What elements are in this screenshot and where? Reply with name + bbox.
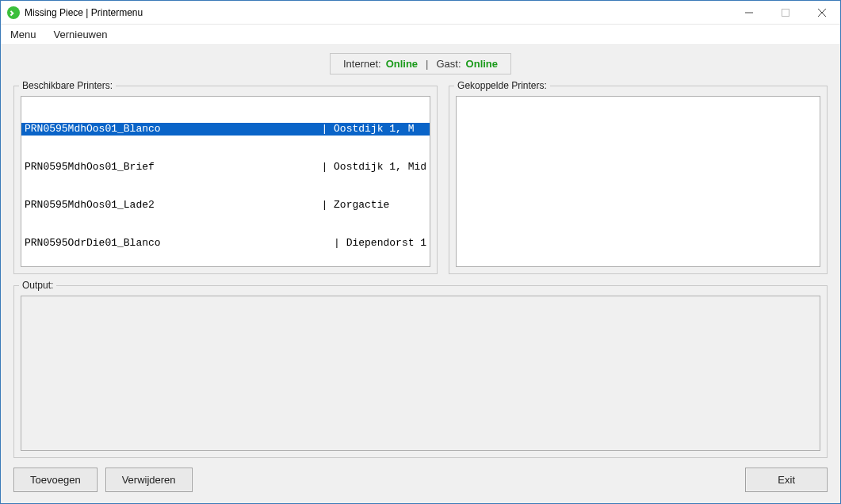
output-box <box>21 296 820 451</box>
internet-status: Online <box>386 58 418 70</box>
title-bar: Missing Piece | Printermenu <box>1 1 840 25</box>
window-title: Missing Piece | Printermenu <box>25 7 143 18</box>
exit-button[interactable]: Exit <box>745 468 828 492</box>
add-button[interactable]: Toevoegen <box>13 468 97 492</box>
gast-status: Online <box>466 58 498 70</box>
maximize-button[interactable] <box>767 1 804 24</box>
status-box: Internet: Online | Gast: Online <box>330 53 511 74</box>
output-title: Output: <box>19 280 56 291</box>
list-item[interactable]: PRN0595MdhOos01_Brief | Oostdijk 1, Mid <box>21 161 430 174</box>
available-printers-group: Beschikbare Printers: PRN0595MdhOos01_Bl… <box>13 86 438 274</box>
menu-item-menu[interactable]: Menu <box>10 29 36 40</box>
list-item[interactable]: PRN0595OdrDie01_Blanco | Diependorst 1 <box>21 237 430 250</box>
menu-item-refresh[interactable]: Vernieuwen <box>54 29 108 40</box>
available-printers-title: Beschikbare Printers: <box>19 80 116 91</box>
app-icon <box>7 6 20 19</box>
linked-printers-list[interactable] <box>456 96 820 267</box>
close-button[interactable] <box>804 1 840 24</box>
window-controls <box>731 1 840 24</box>
linked-printers-group: Gekoppelde Printers: <box>449 86 828 274</box>
list-item[interactable]: PRN0595MdhOos01_Lade2 | Zorgactie <box>21 199 430 212</box>
content-area: Internet: Online | Gast: Online Beschikb… <box>1 45 840 503</box>
svg-rect-1 <box>782 9 789 16</box>
button-row: Toevoegen Verwijderen Exit <box>13 468 828 492</box>
status-bar: Internet: Online | Gast: Online <box>13 53 828 74</box>
menu-bar: Menu Vernieuwen <box>1 25 840 45</box>
printer-panels: Beschikbare Printers: PRN0595MdhOos01_Bl… <box>13 79 828 274</box>
output-group: Output: <box>13 285 828 458</box>
linked-printers-title: Gekoppelde Printers: <box>454 80 550 91</box>
gast-label: Gast: <box>437 58 461 70</box>
app-window: Missing Piece | Printermenu Menu Vernieu… <box>0 0 841 504</box>
list-item[interactable]: PRN0595MdhOos01_Blanco | Oostdijk 1, M <box>21 123 430 136</box>
minimize-button[interactable] <box>731 1 767 24</box>
internet-label: Internet: <box>343 58 381 70</box>
available-printers-list[interactable]: PRN0595MdhOos01_Blanco | Oostdijk 1, M P… <box>21 96 430 267</box>
remove-button[interactable]: Verwijderen <box>105 468 193 492</box>
status-separator: | <box>426 58 428 70</box>
